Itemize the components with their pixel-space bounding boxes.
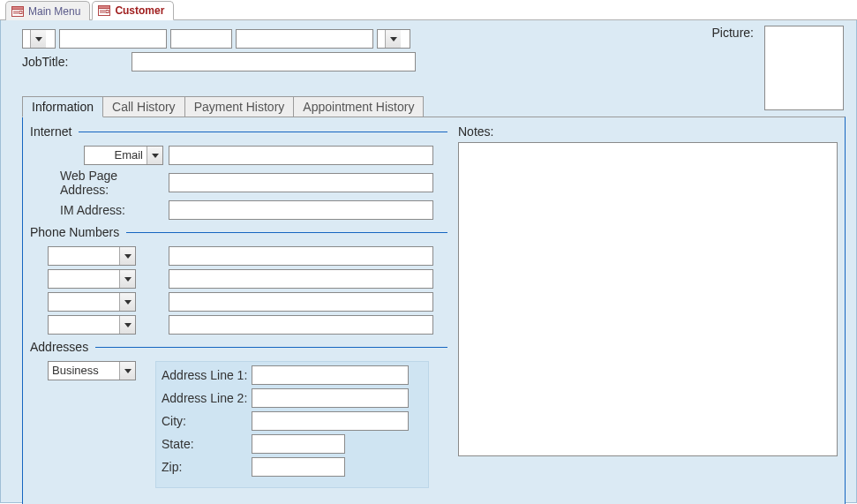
form-icon [11, 6, 24, 17]
address-grid: Business Address Line 1: Address Line 2: [30, 361, 447, 488]
first-name-input[interactable] [59, 29, 167, 49]
phone-row-2 [30, 269, 447, 289]
group-phone: Phone Numbers [30, 225, 447, 335]
address-zip-label: Zip: [162, 460, 252, 474]
phone-input-3[interactable] [169, 292, 433, 312]
address-zip-row: Zip: [162, 457, 421, 477]
tab-call-history[interactable]: Call History [102, 96, 185, 117]
jobtitle-input[interactable] [132, 52, 416, 71]
detail-tab-control: Information Call History Payment History… [22, 96, 846, 504]
email-type-value: Email [85, 147, 147, 164]
app-tab-label: Customer [115, 4, 164, 17]
address-line2-label: Address Line 2: [162, 391, 252, 405]
address-state-input[interactable] [252, 434, 345, 454]
title-combo[interactable] [22, 29, 56, 49]
phone-input-4[interactable] [169, 315, 433, 335]
web-label: Web Page Address: [30, 169, 169, 197]
chevron-down-icon[interactable] [147, 147, 162, 164]
group-addresses: Addresses Business Address Line 1: [30, 340, 447, 488]
title-combo-value [23, 30, 30, 48]
address-panel: Address Line 1: Address Line 2: City: [155, 361, 429, 488]
detail-pane-information: Internet Email [22, 117, 846, 504]
phone-row-3 [30, 292, 447, 312]
address-city-label: City: [162, 414, 252, 428]
divider [79, 132, 447, 132]
phone-input-2[interactable] [169, 269, 433, 289]
chevron-down-icon[interactable] [30, 30, 46, 48]
divider [126, 232, 447, 233]
suffix-combo-value [378, 30, 385, 48]
email-input[interactable] [169, 146, 433, 165]
app-tab-label: Main Menu [28, 5, 80, 18]
address-city-row: City: [162, 411, 421, 431]
tab-information[interactable]: Information [22, 96, 103, 117]
address-line1-input[interactable] [252, 365, 409, 385]
address-zip-input[interactable] [252, 457, 345, 477]
address-line1-label: Address Line 1: [162, 368, 252, 382]
chevron-down-icon[interactable] [119, 270, 135, 288]
app-root: Main Menu Customer Picture: [0, 0, 857, 504]
web-input[interactable] [169, 173, 433, 192]
phone-type-combo-1[interactable] [48, 246, 136, 266]
im-row: IM Address: [30, 200, 447, 220]
phone-row-1 [30, 246, 447, 266]
web-row: Web Page Address: [30, 169, 447, 197]
address-state-row: State: [162, 434, 421, 454]
phone-type-combo-3[interactable] [48, 292, 136, 312]
email-type-combo[interactable]: Email [84, 146, 163, 165]
im-input[interactable] [169, 200, 433, 220]
app-tab-customer[interactable]: Customer [92, 1, 174, 20]
address-city-input[interactable] [252, 411, 409, 431]
address-type-value: Business [49, 362, 119, 380]
middle-name-input[interactable] [170, 29, 232, 49]
address-line2-row: Address Line 2: [162, 388, 421, 408]
address-state-label: State: [162, 437, 252, 451]
app-tab-bar: Main Menu Customer [0, 0, 857, 20]
svg-rect-6 [99, 6, 110, 9]
group-phone-title: Phone Numbers [30, 225, 119, 239]
chevron-down-icon[interactable] [119, 316, 135, 334]
im-label: IM Address: [30, 203, 169, 217]
chevron-down-icon[interactable] [385, 30, 401, 48]
svg-rect-1 [12, 6, 24, 9]
notes-textarea[interactable] [458, 142, 838, 456]
picture-section: Picture: [712, 26, 844, 110]
group-internet-title: Internet [30, 124, 71, 139]
form-icon [98, 5, 110, 16]
pane-left: Internet Email [30, 124, 447, 493]
group-addresses-title: Addresses [30, 340, 88, 354]
picture-label: Picture: [712, 26, 754, 40]
group-internet: Internet Email [30, 124, 447, 220]
address-line1-row: Address Line 1: [162, 365, 421, 385]
phone-type-combo-4[interactable] [48, 315, 136, 335]
tab-appointment-history[interactable]: Appointment History [293, 96, 424, 117]
divider [95, 347, 447, 348]
phone-type-combo-2[interactable] [48, 269, 136, 289]
notes-label: Notes: [458, 124, 838, 139]
chevron-down-icon[interactable] [119, 293, 135, 311]
address-line2-input[interactable] [252, 388, 409, 408]
last-name-input[interactable] [236, 29, 373, 49]
form-body: Picture: JobTitle: Information [0, 20, 857, 503]
chevron-down-icon[interactable] [119, 247, 135, 265]
pane-right: Notes: [458, 124, 838, 493]
app-tab-main-menu[interactable]: Main Menu [5, 1, 90, 20]
suffix-combo[interactable] [377, 29, 410, 49]
tab-payment-history[interactable]: Payment History [184, 96, 295, 117]
address-type-combo[interactable]: Business [48, 361, 136, 380]
chevron-down-icon[interactable] [119, 362, 135, 380]
phone-row-4 [30, 315, 447, 335]
picture-box[interactable] [764, 26, 844, 110]
jobtitle-label: JobTitle: [22, 55, 128, 69]
email-row: Email [30, 146, 447, 165]
phone-input-1[interactable] [169, 246, 433, 266]
